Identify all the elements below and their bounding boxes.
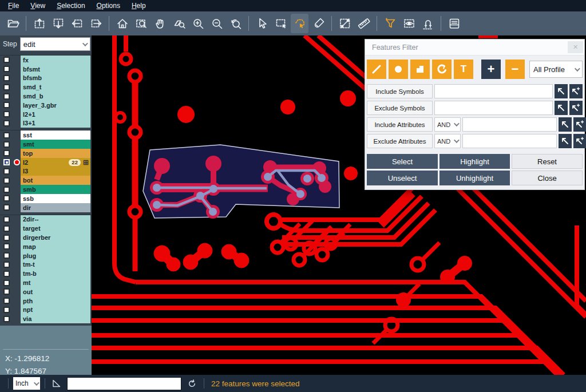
unselect-button[interactable]: Unselect [367,171,438,185]
add-filter-button[interactable]: + [481,60,501,79]
layer-row-dirgerber[interactable]: dirgerber [0,233,92,242]
close-icon[interactable]: ✕ [568,41,583,53]
layer-name[interactable]: map [21,242,90,251]
layer-checkbox[interactable] [3,271,10,277]
polygon-select-button[interactable] [291,14,308,33]
layer-name[interactable]: dir [21,203,90,212]
pad-feature-button[interactable] [389,60,408,79]
layer-checkbox[interactable] [3,195,10,201]
pan-down-button[interactable] [49,14,67,33]
layer-checkbox[interactable] [3,141,10,148]
layer-checkbox[interactable] [3,235,10,241]
layer-checkbox[interactable] [3,288,10,295]
exclude-attributes-input[interactable] [462,134,557,148]
line-feature-button[interactable] [367,60,386,79]
layer-row-2dir--[interactable]: 2dir-- [0,215,92,224]
zoom-out-button[interactable] [208,14,225,33]
layer-name[interactable]: smt [21,140,90,149]
layer-name[interactable]: l3+1 [21,119,90,128]
layer-checkbox[interactable] [3,57,10,63]
layer-name[interactable]: l3 [21,167,90,176]
paint-button[interactable] [310,14,327,33]
layer-checkbox[interactable] [3,177,10,184]
include-symbols-button[interactable]: Include Symbols [367,84,433,98]
measure-line-button[interactable] [336,14,354,33]
layer-row-ssb[interactable]: ssb [0,194,92,203]
layer-name[interactable]: via [21,314,90,323]
reset-button[interactable]: Reset [512,154,583,169]
layer-row-smt[interactable]: smt [0,140,92,149]
layer-name[interactable]: top [21,149,90,158]
pan-right-button[interactable] [87,14,105,33]
layer-checkbox[interactable] [3,280,10,286]
zoom-previous-button[interactable] [227,14,244,33]
layer-checkbox[interactable] [3,66,10,72]
exclude-symbols-button[interactable]: Exclude Symbols [367,101,433,115]
layer-checkbox[interactable] [3,84,10,90]
command-input[interactable] [67,377,181,390]
layer-name[interactable]: bfsmt [21,65,90,74]
layer-name[interactable]: plug [21,251,90,260]
layer-row-via[interactable]: via [0,314,92,323]
layer-name[interactable]: pth [21,296,90,306]
include-symbols-input[interactable] [434,84,553,98]
zoom-home-button[interactable] [113,14,131,33]
text-feature-button[interactable]: T [454,60,473,79]
layer-name[interactable]: mt [21,278,90,287]
layer-row-plug[interactable]: plug [0,251,92,260]
remove-filter-button[interactable]: − [505,60,525,79]
layer-row-mt[interactable]: mt [0,278,92,287]
layer-checkbox[interactable] [3,168,10,175]
layer-name[interactable]: target [21,224,90,233]
layer-name[interactable]: tm-b [21,269,90,278]
layer-checkbox[interactable] [3,225,10,232]
layer-row-smb[interactable]: smb [0,185,92,194]
menu-options[interactable]: Options [91,1,126,11]
layer-row-bfsmt[interactable]: bfsmt [0,65,92,74]
profile-select[interactable]: All Profile [529,61,583,78]
snap-button[interactable] [419,14,437,33]
layer-row-l2+1[interactable]: l2+1 [0,110,92,119]
layer-name[interactable]: l2+1 [21,110,90,119]
include-attributes-operator-select[interactable]: AND [434,117,461,132]
menu-file[interactable]: File [2,1,25,11]
select-arrow-button[interactable] [253,14,271,33]
layer-name[interactable]: smb [21,185,90,194]
layer-checkbox[interactable] [3,102,10,108]
layer-checkbox[interactable] [3,298,10,304]
layer-row-dir[interactable]: dir [0,203,92,212]
pick-add-attribute-button[interactable] [573,117,586,132]
layer-row-sst[interactable]: sst [0,130,92,140]
layer-checkbox[interactable] [3,262,10,268]
zoom-dynamic-button[interactable] [170,14,188,33]
pick-attribute-button[interactable] [559,134,572,148]
angle-mode-button[interactable] [51,378,61,389]
layer-row-map[interactable]: map [0,242,92,251]
layer-checkbox[interactable] [3,243,10,250]
exclude-attributes-button[interactable]: Exclude Attributes [367,134,433,148]
zoom-in-button[interactable] [189,14,207,33]
surface-feature-button[interactable] [410,60,430,79]
layer-name[interactable]: ssb [21,194,90,203]
pick-symbol-button[interactable] [555,84,568,98]
layer-row-out[interactable]: out [0,287,92,296]
pick-symbol-button[interactable] [555,101,568,115]
include-attributes-input[interactable] [462,117,557,132]
unit-select[interactable]: Inch [13,377,40,390]
layer-row-top[interactable]: top [0,149,92,158]
layer-checkbox[interactable] [3,316,10,322]
layer-checkbox[interactable] [3,120,10,126]
layer-checkbox[interactable] [3,93,10,100]
unhighlight-button[interactable]: Unhighlight [440,171,510,185]
layer-row-tm-b[interactable]: tm-b [0,269,92,278]
pan-up-button[interactable] [30,14,48,33]
exclude-symbols-input[interactable] [434,101,553,115]
measure-ruler-button[interactable] [355,14,373,33]
pick-add-symbol-button[interactable] [569,101,583,115]
layer-name[interactable]: layer_3.gbr [21,101,90,110]
pick-add-attribute-button[interactable] [573,134,586,148]
select-button[interactable]: Select [367,154,438,169]
layer-checkbox[interactable] [3,307,10,313]
menu-selection[interactable]: Selection [51,1,90,11]
layer-row-l3+1[interactable]: l3+1 [0,119,92,128]
